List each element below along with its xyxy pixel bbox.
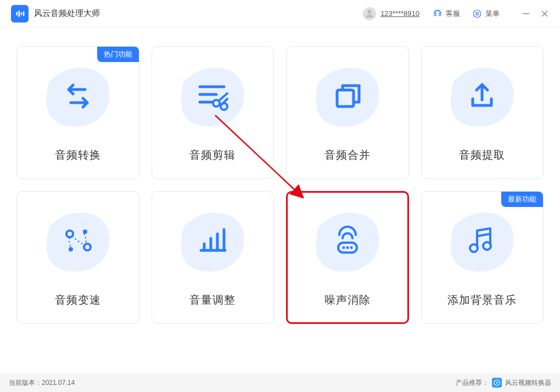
merge-icon	[327, 76, 368, 116]
card-bg-music[interactable]: 最新功能 添加背景音乐	[421, 191, 544, 324]
svg-point-30	[342, 246, 345, 249]
card-label: 音频变速	[55, 293, 101, 307]
card-label: 音频提取	[459, 148, 505, 163]
svg-point-4	[368, 10, 372, 14]
convert-icon	[58, 76, 98, 116]
svg-point-23	[69, 247, 73, 251]
card-audio-convert[interactable]: 热门功能 音频转换	[16, 46, 139, 179]
card-volume-adjust[interactable]: 音量调整	[152, 191, 275, 324]
card-audio-merge[interactable]: 音频合并	[286, 46, 409, 179]
noise-icon	[327, 221, 368, 261]
version-label: 当前版本：	[9, 378, 42, 388]
app-title: 风云音频处理大师	[34, 8, 100, 19]
recommend-name[interactable]: 风云视频转换器	[505, 378, 551, 388]
music-icon	[462, 221, 502, 261]
extract-icon	[462, 76, 502, 116]
username-label: 123****8910	[380, 9, 419, 18]
avatar-icon	[363, 7, 376, 20]
card-label: 音频合并	[324, 148, 371, 163]
menu-button[interactable]: 菜单	[472, 9, 500, 19]
scissors-icon	[192, 76, 233, 116]
svg-point-21	[83, 229, 87, 234]
service-label: 客服	[446, 9, 460, 19]
svg-rect-3	[23, 11, 25, 15]
svg-point-20	[66, 231, 73, 237]
svg-rect-2	[21, 12, 23, 15]
svg-rect-19	[337, 90, 354, 107]
hot-badge: 热门功能	[97, 47, 139, 62]
recommend-icon	[492, 378, 502, 388]
svg-rect-0	[16, 12, 18, 15]
card-noise-removal[interactable]: 噪声消除	[286, 191, 409, 324]
svg-rect-1	[19, 10, 20, 17]
svg-point-33	[470, 244, 478, 252]
feature-grid: 热门功能 音频转换 音频剪辑	[16, 46, 544, 324]
app-logo	[11, 5, 29, 23]
card-label: 噪声消除	[324, 293, 371, 307]
card-label: 添加背景音乐	[447, 293, 517, 307]
footer: 当前版本： 2021.07.14 产品推荐： 风云视频转换器	[0, 373, 560, 392]
svg-point-32	[350, 246, 352, 249]
menu-icon	[472, 9, 482, 19]
titlebar: 风云音频处理大师 123****8910 客服 菜单	[0, 0, 560, 27]
recommend-label: 产品推荐：	[456, 378, 489, 388]
card-label: 音频转换	[55, 148, 101, 163]
card-label: 音量调整	[189, 293, 236, 307]
card-label: 音频剪辑	[189, 148, 236, 163]
volume-icon	[192, 221, 233, 261]
headset-icon	[433, 9, 443, 19]
minimize-button[interactable]	[522, 9, 530, 18]
new-badge: 最新功能	[501, 192, 543, 207]
card-audio-extract[interactable]: 音频提取	[421, 46, 544, 179]
close-button[interactable]	[540, 9, 549, 18]
version-value: 2021.07.14	[42, 379, 75, 387]
svg-point-34	[483, 242, 491, 250]
svg-point-31	[346, 246, 349, 249]
card-audio-speed[interactable]: 音频变速	[16, 191, 139, 324]
menu-label: 菜单	[485, 9, 500, 19]
user-info[interactable]: 123****8910	[363, 7, 419, 20]
customer-service-button[interactable]: 客服	[433, 9, 460, 19]
speed-icon	[58, 221, 98, 261]
card-audio-edit[interactable]: 音频剪辑	[152, 46, 275, 179]
main-content: 热门功能 音频转换 音频剪辑	[0, 27, 560, 335]
